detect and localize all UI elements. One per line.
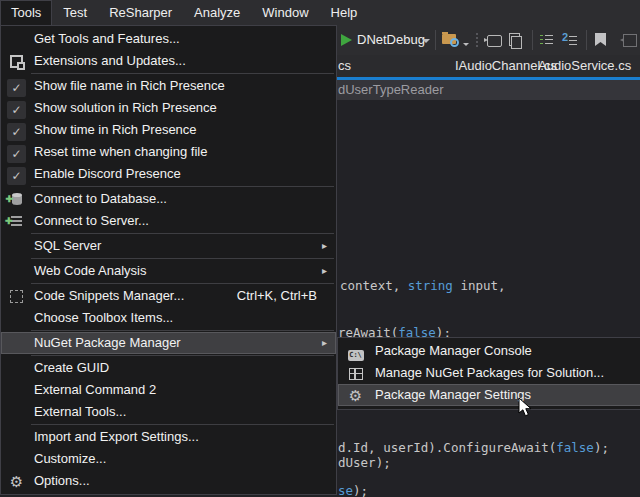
menu-item-label: Code Snippets Manager... [34,288,184,303]
menu-item-label: Enable Discord Presence [34,166,181,181]
shortcut-label: Ctrl+K, Ctrl+B [237,285,317,307]
menu-separator [31,330,334,331]
menu-item-connect-to-database[interactable]: ✚Connect to Database... [1,188,336,210]
code-token: context, [340,278,408,293]
menu-item-label: Create GUID [34,360,109,375]
gear-icon [10,473,23,492]
code-token: ); [353,483,368,497]
menu-item-nuget-package-manager[interactable]: NuGet Package Manager▸ [1,332,336,354]
menu-item-show-file-name-in-rich-presence[interactable]: ✓Show file name in Rich Presence [1,75,336,97]
icon-gutter [343,364,368,382]
menu-item-enable-discord-presence[interactable]: ✓Enable Discord Presence [1,163,336,185]
icon-gutter [5,472,28,490]
menu-separator [31,186,334,187]
bookmark-icon[interactable] [595,33,606,46]
submenu-item-package-manager-console[interactable]: C:\Package Manager Console [338,340,640,362]
menu-separator [31,355,334,356]
code-token-keyword: false [556,440,594,455]
toolbar-separator [532,30,533,50]
menu-item-label: External Tools... [34,404,126,419]
menu-item-extensions-and-updates[interactable]: Extensions and Updates... [1,50,336,72]
manage-packages-icon [349,368,363,380]
submenu-item-manage-nuget-packages-for-solution[interactable]: Manage NuGet Packages for Solution... [338,362,640,384]
tab-partial-cs[interactable]: cs [338,55,351,77]
icon-gutter [5,52,28,70]
clipped-toolbar-icon[interactable] [623,34,637,47]
menu-item-label: NuGet Package Manager [34,335,181,350]
toolbar-separator [586,30,587,50]
console-icon: C:\ [348,350,364,361]
menu-item-sql-server[interactable]: SQL Server▸ [1,235,336,257]
toolbar-grip[interactable] [476,33,478,47]
tab-audioservice[interactable]: AudioService.cs [538,55,631,77]
menubar-item-resharper[interactable]: ReSharper [98,0,183,25]
menu-item-label: Options... [34,473,90,488]
menu-item-choose-toolbox-items[interactable]: Choose Toolbox Items... [1,307,336,329]
menu-item-web-code-analysis[interactable]: Web Code Analysis▸ [1,260,336,282]
code-line: d.Id, userId).ConfigureAwait(false); [338,440,609,455]
start-debug-icon[interactable] [341,34,352,46]
menubar-item-window[interactable]: Window [251,0,319,25]
icon-gutter [343,386,368,404]
menu-item-label: Package Manager Console [375,343,532,358]
menu-item-connect-to-server[interactable]: ✚Connect to Server... [1,210,336,232]
icon-gutter: ✚ [5,212,28,230]
code-token: d.Id, userId).ConfigureAwait( [338,440,556,455]
menu-item-show-solution-in-rich-presence[interactable]: ✓Show solution in Rich Presence [1,97,336,119]
menu-item-options[interactable]: Options... [1,470,336,492]
menu-item-create-guid[interactable]: Create GUID [1,357,336,379]
run-configuration-dropdown[interactable]: DNetDebug [357,25,425,55]
code-line: se); [338,483,368,497]
submenu-item-package-manager-settings[interactable]: Package Manager Settings [338,384,640,406]
menu-item-reset-time-when-changing-file[interactable]: ✓Reset time when changing file [1,141,336,163]
nuget-package-manager-submenu: C:\Package Manager Console Manage NuGet … [337,337,640,410]
menu-item-label: Reset time when changing file [34,144,207,159]
icon-gutter: ✚ [5,190,28,208]
menu-item-code-snippets-manager[interactable]: Code Snippets Manager...Ctrl+K, Ctrl+B [1,285,336,307]
menu-item-label: Customize... [34,451,106,466]
extensions-icon [10,55,23,68]
menu-separator [31,283,334,284]
toolbar-overflow-caret-icon[interactable] [463,43,469,46]
icon-gutter [5,287,28,305]
menu-item-label: Choose Toolbox Items... [34,310,173,325]
toolbar-separator [435,30,436,50]
icon-gutter: ✓ [5,143,28,161]
server-add-icon: ✚ [11,216,22,227]
menu-item-label: Connect to Database... [34,191,167,206]
menu-item-label: SQL Server [34,238,101,253]
menu-item-show-time-in-rich-presence[interactable]: ✓Show time in Rich Presence [1,119,336,141]
menu-item-label: Web Code Analysis [34,263,147,278]
icon-gutter: ✓ [5,165,28,183]
numbered-lines-icon[interactable] [562,33,577,46]
menu-item-import-and-export-settings[interactable]: Import and Export Settings... [1,426,336,448]
icon-gutter: ✓ [5,99,28,117]
menu-item-label: Manage NuGet Packages for Solution... [375,365,604,380]
menu-item-get-tools-and-features[interactable]: Get Tools and Features... [1,28,336,50]
add-plus-icon: ✚ [5,210,13,232]
icon-gutter: C:\ [343,342,368,360]
menu-item-label: Connect to Server... [34,213,149,228]
code-token: dUser); [338,455,391,470]
copy-document-icon[interactable] [509,33,520,46]
menu-item-label: Package Manager Settings [375,387,531,402]
navigate-to-icon[interactable] [487,35,502,47]
menu-item-customize[interactable]: Customize... [1,448,336,470]
menu-item-external-command-2[interactable]: External Command 2 [1,379,336,401]
menu-item-external-tools[interactable]: External Tools... [1,401,336,423]
menubar-item-tools[interactable]: Tools [0,0,52,25]
code-token-keyword: string [408,278,453,293]
menu-item-label: External Command 2 [34,382,156,397]
menubar-item-help[interactable]: Help [320,0,369,25]
breadcrumb[interactable]: dUserTypeReader [338,80,444,100]
menubar-item-test[interactable]: Test [52,0,98,25]
code-line: context, string input, [340,278,506,293]
menu-item-label: Show solution in Rich Presence [34,100,217,115]
checkmark-icon: ✓ [7,145,26,163]
menubar-item-analyze[interactable]: Analyze [183,0,251,25]
chevron-down-icon[interactable] [422,39,430,43]
database-add-icon: ✚ [12,194,22,205]
find-in-files-icon[interactable] [442,34,456,44]
format-lines-icon[interactable] [540,34,553,45]
menu-separator [31,233,334,234]
